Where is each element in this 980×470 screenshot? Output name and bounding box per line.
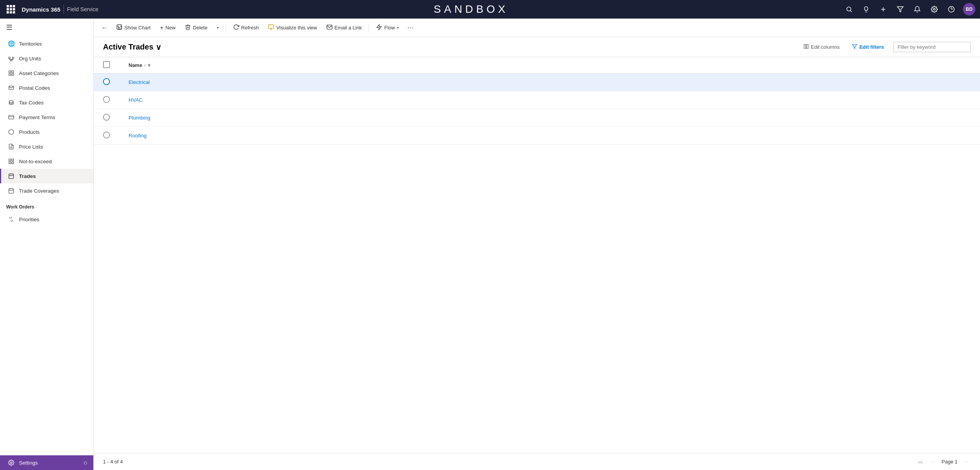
visualize-button[interactable]: Visualize this view — [264, 22, 321, 34]
visualize-icon — [268, 24, 274, 31]
filter-keyword-input[interactable] — [893, 42, 971, 52]
sidebar-item-products[interactable]: Products — [0, 125, 93, 139]
row-checkbox[interactable] — [103, 132, 110, 138]
first-page-button[interactable]: ⏮ — [915, 457, 925, 467]
edit-columns-button[interactable]: Edit columns — [800, 42, 843, 52]
org-icon — [7, 55, 15, 62]
sidebar-item-price-lists[interactable]: Price Lists — [0, 139, 93, 154]
sidebar-item-label: Payment Terms — [19, 115, 55, 120]
sidebar-item-label: Trades — [19, 173, 36, 179]
view-header-actions: Edit columns Edit filters — [800, 42, 971, 52]
flow-button[interactable]: Flow ▾ — [372, 22, 402, 34]
work-orders-section-title: Work Orders — [0, 198, 93, 212]
edit-filters-button[interactable]: Edit filters — [849, 42, 887, 52]
new-button[interactable]: + New — [156, 22, 179, 34]
sidebar-item-org-units[interactable]: Org Units — [0, 51, 93, 66]
sidebar-item-not-to-exceed[interactable]: Not-to-exceed — [0, 154, 93, 169]
top-nav: Dynamics 365 Field Service SANDBOX BD — [0, 0, 980, 19]
sidebar-item-label: Org Units — [19, 56, 41, 62]
view-title[interactable]: Active Trades ∨ — [103, 43, 161, 52]
brand-module[interactable]: Field Service — [67, 6, 98, 12]
flow-icon — [376, 24, 382, 31]
prev-page-button[interactable]: ← — [929, 457, 939, 467]
user-avatar[interactable]: BD — [963, 3, 975, 15]
table-container: Name ↑ ∨ Electrical HVAC — [94, 57, 980, 453]
plus-icon[interactable] — [878, 4, 889, 15]
row-checkbox[interactable] — [103, 78, 110, 85]
sandbox-title: SANDBOX — [434, 3, 508, 15]
more-options-button[interactable]: ⋯ — [404, 22, 417, 34]
sidebar-item-territories[interactable]: 🌐 Territories — [0, 36, 93, 51]
data-table: Name ↑ ∨ Electrical HVAC — [94, 57, 980, 145]
sidebar-item-asset-categories[interactable]: Asset Categories — [0, 66, 93, 80]
bell-icon[interactable] — [912, 4, 923, 15]
sidebar-item-label: Trade Coverages — [19, 188, 59, 194]
svg-rect-43 — [269, 25, 274, 28]
next-page-button[interactable]: → — [961, 457, 971, 467]
delete-button[interactable]: Delete — [181, 22, 211, 34]
svg-rect-16 — [12, 71, 14, 73]
lightbulb-icon[interactable] — [861, 4, 872, 15]
search-icon[interactable] — [844, 4, 855, 15]
table-row: Electrical — [94, 73, 980, 91]
back-button[interactable]: ← — [98, 22, 111, 34]
record-link[interactable]: HVAC — [129, 97, 143, 103]
sidebar-item-label: Territories — [19, 41, 42, 47]
name-column-header[interactable]: Name ↑ ∨ — [129, 62, 971, 68]
svg-rect-48 — [804, 44, 806, 49]
sidebar-settings-label: Settings — [19, 460, 38, 466]
svg-point-5 — [934, 9, 935, 10]
brand-divider — [64, 5, 64, 14]
sidebar-item-label: Products — [19, 129, 39, 135]
trades-icon — [7, 172, 15, 180]
brand-name[interactable]: Dynamics 365 — [22, 6, 60, 13]
svg-line-40 — [12, 220, 13, 221]
view-header: Active Trades ∨ Edit columns Edit filter… — [94, 37, 980, 57]
sidebar-hamburger[interactable]: ☰ — [0, 19, 93, 36]
sort-toggle-icon[interactable]: ∨ — [148, 63, 151, 68]
sidebar-item-label: Price Lists — [19, 144, 43, 150]
svg-rect-18 — [12, 73, 14, 75]
sidebar-item-tax-codes[interactable]: Tax Codes — [0, 95, 93, 110]
svg-rect-15 — [9, 71, 11, 73]
row-checkbox[interactable] — [103, 114, 110, 121]
svg-rect-33 — [9, 189, 14, 193]
sidebar-item-priorities[interactable]: Priorities — [0, 212, 93, 227]
settings-icon[interactable] — [929, 4, 940, 15]
sidebar-item-trade-coverages[interactable]: Trade Coverages — [0, 183, 93, 198]
sidebar-item-payment-terms[interactable]: Payment Terms — [0, 110, 93, 125]
trade-coverages-icon — [7, 187, 15, 195]
page-label: Page 1 — [942, 459, 958, 465]
waffle-menu[interactable] — [5, 3, 17, 15]
record-link[interactable]: Electrical — [129, 79, 150, 85]
content-area: ← Show Chart + New Delete ▾ — [94, 19, 980, 470]
svg-marker-47 — [377, 24, 381, 29]
flow-dropdown-icon: ▾ — [397, 26, 399, 30]
filter-icon[interactable] — [895, 4, 906, 15]
sidebar-item-postal-codes[interactable]: Postal Codes — [0, 80, 93, 95]
record-link[interactable]: Plumbing — [129, 115, 150, 121]
row-checkbox[interactable] — [103, 96, 110, 103]
chart-icon — [116, 24, 122, 31]
top-nav-icons: BD — [844, 3, 975, 15]
sidebar-item-label: Priorities — [19, 217, 39, 222]
record-link[interactable]: Roofing — [129, 133, 147, 138]
svg-rect-21 — [9, 115, 14, 119]
waffle-icon — [7, 5, 15, 14]
sidebar-item-settings[interactable]: Settings ◇ — [0, 455, 93, 470]
select-all-checkbox[interactable] — [103, 61, 110, 68]
delete-dropdown-button[interactable]: ▾ — [213, 23, 223, 32]
sidebar-item-trades[interactable]: Trades — [0, 169, 93, 183]
svg-point-41 — [10, 462, 12, 463]
toolbar-divider-1 — [226, 23, 226, 32]
refresh-button[interactable]: Refresh — [229, 22, 263, 34]
settings-chevron-icon: ◇ — [84, 460, 87, 465]
svg-rect-8 — [9, 57, 10, 59]
toolbar: ← Show Chart + New Delete ▾ — [94, 19, 980, 37]
svg-line-39 — [9, 217, 10, 219]
help-icon[interactable] — [946, 4, 957, 15]
svg-point-0 — [847, 7, 851, 11]
email-link-button[interactable]: Email a Link — [323, 22, 366, 34]
show-chart-button[interactable]: Show Chart — [112, 22, 154, 34]
filter-btn-icon — [852, 44, 857, 50]
